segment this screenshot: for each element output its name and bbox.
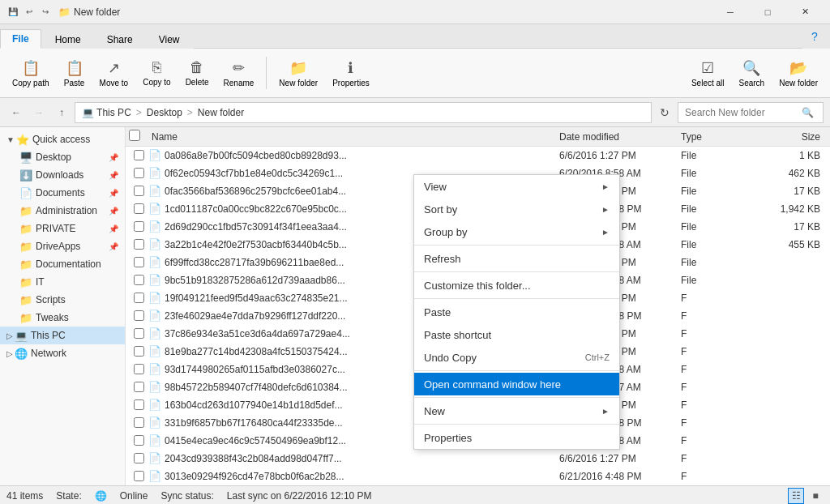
search-button[interactable]: 🔍 Search <box>734 55 771 92</box>
new-folder-btn2[interactable]: 📂 New folder <box>773 55 824 92</box>
ctx-group-by[interactable]: Group by ► <box>414 220 619 243</box>
copy-path-button[interactable]: 📋 Copy path <box>6 55 55 92</box>
row-checkbox-9[interactable] <box>129 310 148 321</box>
tab-home[interactable]: Home <box>43 30 93 49</box>
ctx-open-cmd[interactable]: Open command window here <box>414 373 619 395</box>
row-checkbox-17[interactable] <box>129 453 148 463</box>
row-checkbox-7[interactable] <box>129 275 148 285</box>
row-checkbox-14[interactable] <box>129 399 148 410</box>
table-row[interactable]: 📄 0a086a8e7b00fc5094cbed80cb8928d93... 6… <box>126 147 830 164</box>
row-checkbox-15[interactable] <box>129 417 148 428</box>
sidebar-item-downloads[interactable]: ⬇️ Downloads 📌 <box>0 166 125 184</box>
copy-path-icon: 📋 <box>22 59 40 77</box>
row-checkbox-6[interactable] <box>129 257 148 267</box>
row-checkbox-1[interactable] <box>129 168 148 178</box>
address-bar[interactable]: 💻 This PC > Desktop > New folder <box>75 102 652 123</box>
ctx-undo-shortcut: Ctrl+Z <box>585 352 610 362</box>
ctx-refresh[interactable]: Refresh <box>414 247 619 270</box>
ctx-paste[interactable]: Paste <box>414 301 619 323</box>
sidebar-item-administration[interactable]: 📁 Administration 📌 <box>0 202 125 220</box>
row-checkbox-4[interactable] <box>129 221 148 232</box>
select-all-button[interactable]: ☑ Select all <box>686 55 730 92</box>
up-button[interactable]: ↑ <box>52 103 71 122</box>
properties-button[interactable]: ℹ Properties <box>327 55 375 92</box>
back-button[interactable]: ← <box>6 103 26 122</box>
ctx-new[interactable]: New ► <box>414 399 619 422</box>
paste-button[interactable]: 📋 Paste <box>58 55 91 92</box>
sync-value: Last sync on 6/22/2016 12:10 PM <box>227 490 372 502</box>
row-checkbox-8[interactable] <box>129 293 148 303</box>
column-modified[interactable]: Date modified <box>559 131 681 143</box>
context-menu: View ► Sort by ► Group by ► Refresh Cust… <box>413 174 620 450</box>
sidebar-item-tweaks[interactable]: 📁 Tweaks <box>0 309 125 327</box>
select-all-checkbox[interactable] <box>129 130 140 141</box>
table-row[interactable]: 📄 3013e09294f926cd47e78bcb0f6ac2b28... 6… <box>126 468 830 485</box>
check-all-column[interactable] <box>129 130 148 143</box>
column-type[interactable]: Type <box>681 131 762 143</box>
delete-button[interactable]: 🗑 Delete <box>180 55 215 91</box>
address-this-pc[interactable]: 💻 This PC <box>82 107 131 118</box>
sidebar-item-desktop[interactable]: 🖥️ Desktop 📌 <box>0 148 125 166</box>
sidebar-item-this-pc[interactable]: ▷ 💻 This PC <box>0 327 125 344</box>
save-icon: 💾 <box>6 6 19 19</box>
row-checkbox-18[interactable] <box>129 471 148 481</box>
sidebar-item-private[interactable]: 📁 PRIVATE 📌 <box>0 220 125 237</box>
sidebar-item-quick-access[interactable]: ▼ ⭐ Quick access <box>0 130 125 148</box>
paste-icon: 📋 <box>66 59 83 77</box>
rename-button[interactable]: ✏ Rename <box>218 55 260 92</box>
ctx-divider-3 <box>414 298 619 299</box>
tab-view[interactable]: View <box>147 30 192 49</box>
sidebar-item-driveapps[interactable]: 📁 DriveApps 📌 <box>0 237 125 255</box>
tab-file[interactable]: File <box>0 29 41 49</box>
minimize-button[interactable]: ─ <box>712 0 749 24</box>
row-checkbox-0[interactable] <box>129 150 148 160</box>
row-checkbox-13[interactable] <box>129 382 148 392</box>
row-checkbox-12[interactable] <box>129 364 148 374</box>
column-size[interactable]: Size <box>762 131 827 143</box>
address-new-folder[interactable]: New folder <box>198 107 244 118</box>
ctx-undo-copy[interactable]: Undo Copy Ctrl+Z <box>414 346 619 369</box>
large-icons-view-button[interactable]: ■ <box>807 488 824 504</box>
copy-to-button[interactable]: ⎘ Copy to <box>137 55 176 91</box>
ctx-sort-by[interactable]: Sort by ► <box>414 198 619 220</box>
file-type-15: F <box>681 417 762 429</box>
help-button[interactable]: ? <box>802 24 827 49</box>
sidebar-item-network[interactable]: ▷ 🌐 Network <box>0 344 125 362</box>
close-button[interactable]: ✕ <box>786 0 824 24</box>
file-icon-1: 📄 <box>148 167 161 179</box>
table-row[interactable]: 📄 2043cd939388f43c2b084add98d047ff7... 6… <box>126 450 830 468</box>
documentation-icon: 📁 <box>19 258 32 271</box>
sidebar-item-it[interactable]: 📁 IT <box>0 273 125 291</box>
file-type-17: F <box>681 453 762 464</box>
file-type-7: File <box>681 275 762 286</box>
search-input[interactable] <box>685 107 798 118</box>
file-size-5: 455 KB <box>762 239 827 250</box>
sidebar-item-scripts[interactable]: 📁 Scripts <box>0 291 125 309</box>
ctx-customize[interactable]: Customize this folder... <box>414 274 619 297</box>
row-checkbox-11[interactable] <box>129 346 148 357</box>
search-bar[interactable]: 🔍 <box>678 102 824 123</box>
ctx-properties[interactable]: Properties <box>414 426 619 449</box>
tab-share[interactable]: Share <box>95 30 145 49</box>
details-view-button[interactable]: ☷ <box>788 488 804 504</box>
column-name[interactable]: Name <box>148 131 559 143</box>
ctx-paste-shortcut[interactable]: Paste shortcut <box>414 323 619 346</box>
maximize-button[interactable]: □ <box>749 0 786 24</box>
file-icon-8: 📄 <box>148 292 161 304</box>
sidebar-item-documentation[interactable]: 📁 Documentation <box>0 255 125 273</box>
row-checkbox-3[interactable] <box>129 203 148 214</box>
refresh-button[interactable]: ↻ <box>655 103 674 122</box>
row-checkbox-5[interactable] <box>129 239 148 250</box>
sidebar-item-documents[interactable]: 📄 Documents 📌 <box>0 184 125 202</box>
ctx-view[interactable]: View ► <box>414 175 619 198</box>
row-checkbox-2[interactable] <box>129 186 148 196</box>
pin-icon-downloads: 📌 <box>109 171 118 180</box>
move-to-button[interactable]: ↗ Move to <box>94 55 135 92</box>
expand-icon: ▼ <box>6 135 15 144</box>
row-checkbox-10[interactable] <box>129 328 148 339</box>
address-desktop[interactable]: Desktop <box>147 107 182 118</box>
new-folder-button[interactable]: 📁 New folder <box>273 55 323 92</box>
undo-icon: ↩ <box>23 6 36 19</box>
file-icon-6: 📄 <box>148 256 161 268</box>
row-checkbox-16[interactable] <box>129 435 148 446</box>
